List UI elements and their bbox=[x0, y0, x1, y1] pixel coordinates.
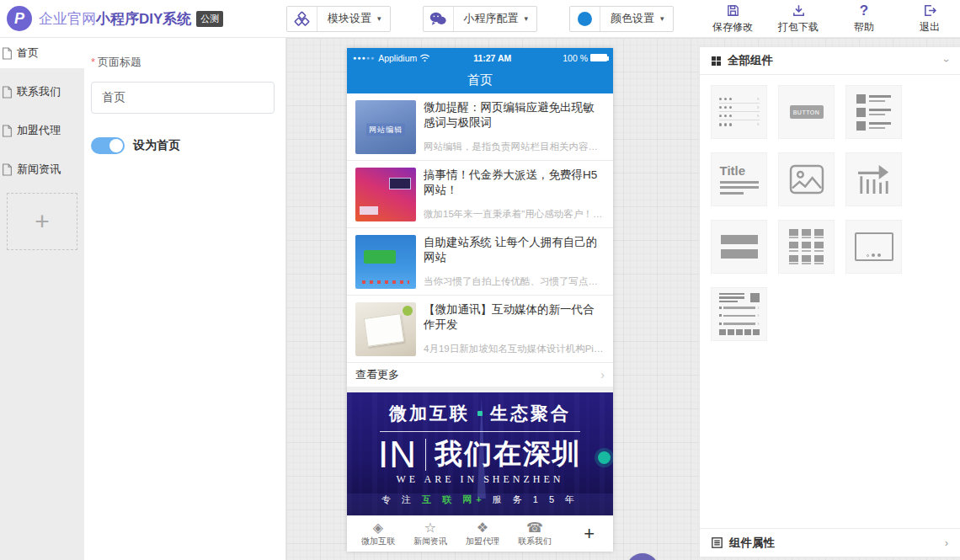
page-icon bbox=[2, 47, 13, 60]
button-icon: BUTTON bbox=[790, 105, 824, 119]
image-grid-icon bbox=[789, 229, 824, 265]
help-button[interactable]: ? 帮助 bbox=[842, 3, 886, 35]
app-logo-icon: P bbox=[7, 6, 32, 31]
phone-status-bar: ●●●●● Applidium 11:27 AM 100 % bbox=[347, 48, 613, 67]
package-download-button[interactable]: 打包下载 bbox=[776, 3, 820, 35]
page-icon bbox=[2, 86, 13, 99]
component-button[interactable]: BUTTON bbox=[778, 85, 835, 139]
component-image-grid[interactable] bbox=[778, 220, 835, 274]
banner-subtitle-en: WE ARE IN SHENZHEN bbox=[347, 473, 613, 486]
diamonds-icon: ❖ bbox=[477, 520, 488, 535]
news-title: 【微加通讯】互动媒体的新一代合作开发 bbox=[424, 302, 605, 333]
component-image[interactable] bbox=[778, 152, 835, 206]
phone-preview: ●●●●● Applidium 11:27 AM 100 % 首页 网站编辑 bbox=[347, 48, 613, 552]
sidebar-page-contact[interactable]: 联系我们 bbox=[0, 77, 84, 107]
news-desc: 4月19日新加坡知名互动媒体设计机构Pinh... bbox=[424, 343, 605, 355]
miniprogram-config-dropdown[interactable]: 小程序配置▾ bbox=[423, 6, 538, 32]
sidebar-page-news[interactable]: 新闻资讯 bbox=[0, 154, 84, 184]
set-home-label: 设为首页 bbox=[133, 138, 180, 153]
news-thumbnail bbox=[355, 235, 416, 289]
banner-headline: 微加互联 生态聚合 bbox=[347, 402, 613, 425]
save-icon bbox=[726, 3, 740, 19]
phone-icon: ☎ bbox=[526, 520, 543, 535]
news-item[interactable]: 搞事情！代金券大派送，免费得H5网站！ 微加15年来一直秉承着"用心感动客户！"… bbox=[347, 161, 613, 228]
teal-dot-decoration bbox=[598, 451, 611, 464]
app-title: 企业官网小程序DIY系统公测 bbox=[39, 9, 223, 29]
tags-icon: ◈ bbox=[373, 520, 383, 535]
caret-down-icon: ▾ bbox=[377, 14, 381, 23]
module-settings-dropdown[interactable]: 模块设置▾ bbox=[286, 6, 391, 32]
banner-main-text: IN 我们在深圳 bbox=[347, 435, 613, 473]
set-home-toggle[interactable] bbox=[91, 137, 125, 154]
component-bar-chart[interactable] bbox=[845, 152, 902, 206]
component-carousel[interactable] bbox=[845, 220, 902, 274]
sidebar-page-home[interactable]: 首页 bbox=[0, 38, 84, 68]
chevron-right-icon: › bbox=[600, 368, 605, 381]
header-actions: 保存修改 打包下载 ? 帮助 退出 bbox=[711, 3, 960, 35]
logout-icon bbox=[923, 3, 937, 19]
question-icon: ? bbox=[860, 3, 868, 19]
add-page-button[interactable]: + bbox=[7, 193, 77, 250]
component-rich-list[interactable]: › › › bbox=[711, 287, 767, 341]
view-more-link[interactable]: 查看更多 › bbox=[347, 363, 613, 387]
news-desc: 网站编辑，是指负责网站栏目相关内容的... bbox=[424, 141, 605, 153]
components-panel-header[interactable]: 全部组件 › bbox=[700, 47, 960, 75]
star-icon: ☆ bbox=[424, 520, 436, 535]
save-button[interactable]: 保存修改 bbox=[711, 3, 755, 35]
exit-button[interactable]: 退出 bbox=[908, 3, 952, 35]
image-icon bbox=[789, 164, 824, 195]
chevron-right-icon: › bbox=[945, 537, 948, 549]
add-tab-button[interactable]: + bbox=[584, 523, 595, 545]
tab-contact[interactable]: ☎ 联系我们 bbox=[509, 520, 561, 547]
tab-agent[interactable]: ❖ 加盟代理 bbox=[456, 520, 509, 547]
caret-down-icon: ▾ bbox=[525, 14, 529, 23]
chevron-down-icon: › bbox=[941, 59, 952, 62]
news-title: 搞事情！代金券大派送，免费得H5网站！ bbox=[424, 168, 605, 198]
toggle-knob bbox=[109, 139, 123, 152]
news-desc: 微加15年来一直秉承着"用心感动客户！"的... bbox=[424, 208, 605, 221]
battery-icon bbox=[590, 54, 607, 61]
title-text-icon: Title bbox=[720, 164, 759, 195]
news-item[interactable]: 自助建站系统 让每个人拥有自己的网站 当你习惯了自拍上传优酷、习惯了写点小... bbox=[347, 228, 613, 296]
list-menu-icon: › › › › bbox=[719, 95, 760, 129]
tab-weijia[interactable]: ◈ 微加互联 bbox=[352, 520, 404, 547]
component-list-menu[interactable]: › › › › bbox=[711, 85, 767, 139]
components-panel: 全部组件 › › › › › BUTTON bbox=[699, 46, 960, 557]
center-toolbar: 模块设置▾ 小程序配置▾ 颜色设置▾ bbox=[286, 6, 674, 32]
component-article-list[interactable] bbox=[845, 85, 902, 139]
tab-news[interactable]: ☆ 新闻资讯 bbox=[404, 520, 456, 547]
news-list-module[interactable]: 网站编辑 微加提醒：网页编辑应避免出现敏感词与极限词 网站编辑，是指负责网站栏目… bbox=[347, 93, 613, 387]
app: P 企业官网小程序DIY系统公测 模块设置▾ bbox=[0, 0, 960, 560]
status-time: 11:27 AM bbox=[422, 53, 563, 63]
battery-percent: 100 % bbox=[563, 53, 588, 63]
color-circle-icon bbox=[570, 7, 600, 31]
grid-icon bbox=[712, 56, 721, 66]
page-title-label: *页面标题 bbox=[91, 55, 274, 70]
news-item[interactable]: 【微加通讯】互动媒体的新一代合作开发 4月19日新加坡知名互动媒体设计机构Pin… bbox=[347, 296, 613, 363]
news-title: 微加提醒：网页编辑应避免出现敏感词与极限词 bbox=[424, 100, 605, 131]
banner-module[interactable]: 微加互联 生态聚合 IN 我们在深圳 WE ARE IN SHENZHEN 专 … bbox=[347, 392, 613, 515]
article-list-icon bbox=[856, 94, 891, 131]
page-icon bbox=[2, 163, 13, 176]
news-thumbnail bbox=[355, 302, 416, 356]
dot-icon bbox=[477, 411, 483, 416]
top-header: P 企业官网小程序DIY系统公测 模块设置▾ bbox=[0, 0, 960, 38]
page-title-input[interactable] bbox=[91, 82, 275, 114]
brand: P 企业官网小程序DIY系统公测 bbox=[0, 6, 286, 31]
download-icon bbox=[792, 3, 806, 19]
sidebar-page-agent[interactable]: 加盟代理 bbox=[0, 115, 84, 146]
caret-down-icon: ▾ bbox=[660, 14, 664, 23]
component-title-text[interactable]: Title bbox=[711, 152, 767, 206]
phone-nav-bar: 首页 bbox=[347, 67, 613, 93]
pages-sidebar: 首页 联系我们 加盟代理 新闻资讯 + bbox=[0, 38, 84, 560]
module-gap bbox=[347, 387, 613, 392]
required-asterisk: * bbox=[91, 56, 95, 68]
preview-eye-button[interactable] bbox=[627, 553, 659, 560]
banner-tagline: 专 注 互 联 网+ 服 务 1 5 年 bbox=[347, 493, 613, 506]
news-title: 自助建站系统 让每个人拥有自己的网站 bbox=[424, 235, 605, 265]
component-properties-header[interactable]: 组件属性 › bbox=[700, 528, 960, 557]
component-banner-rows[interactable] bbox=[711, 220, 767, 274]
rich-list-icon: › › › bbox=[719, 293, 760, 336]
color-settings-dropdown[interactable]: 颜色设置▾ bbox=[569, 6, 674, 32]
news-item[interactable]: 网站编辑 微加提醒：网页编辑应避免出现敏感词与极限词 网站编辑，是指负责网站栏目… bbox=[347, 93, 613, 161]
